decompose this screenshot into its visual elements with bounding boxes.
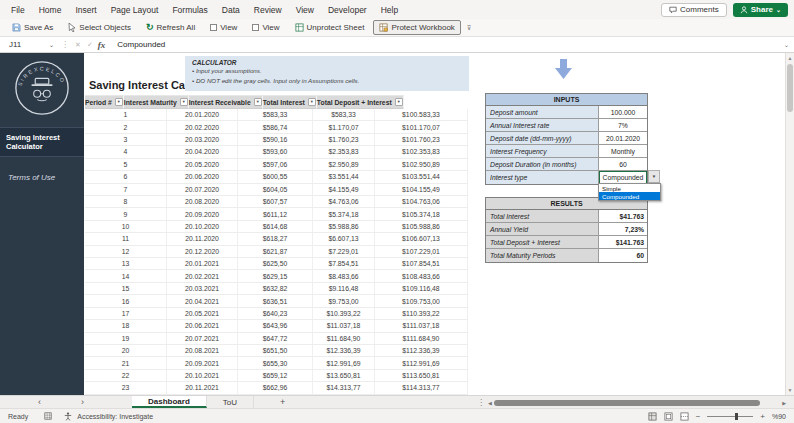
menu-item[interactable]: Review [247, 5, 289, 15]
scroll-right-icon[interactable]: ▶ [782, 400, 786, 406]
macro-record-icon[interactable] [44, 412, 52, 420]
input-value-cell[interactable]: 60 [599, 158, 647, 170]
cell-period: 11 [85, 233, 167, 244]
menu-item[interactable]: Page Layout [104, 5, 166, 15]
inputs-panel: INPUTS Deposit amount 100.000 Annual Int… [485, 93, 648, 185]
table-row: 19 20.07.2021 $647,72 $11.684,90 $111.68… [85, 333, 468, 345]
unprotect-sheet-button[interactable]: Unprotect Sheet [289, 20, 371, 35]
interest-type-dropdown-button[interactable]: ▼ [648, 170, 660, 183]
menu-item[interactable]: Developer [321, 5, 374, 15]
table-row: 17 20.05.2021 $640,23 $10.393,22 $110.39… [85, 308, 468, 320]
page-layout-view-icon[interactable] [664, 412, 673, 421]
cell-total-interest: $13.650,81 [313, 370, 375, 381]
cell-total-interest: $11.684,90 [313, 333, 375, 344]
cell-interest-maturity: 20.07.2020 [167, 184, 238, 195]
insert-function-icon[interactable]: fx [96, 40, 110, 50]
share-button[interactable]: Share ⌄ [733, 3, 788, 17]
view-checkbox-2[interactable]: View [246, 20, 285, 35]
filter-button[interactable]: ▼ [308, 98, 316, 106]
zoom-out-button[interactable]: − [696, 412, 701, 421]
sidebar-item-terms-of-use[interactable]: Terms of Use [0, 171, 84, 184]
prev-sheet-icon[interactable]: ‹ [38, 397, 41, 407]
cell-interest-maturity: 20.11.2021 [167, 382, 238, 393]
sheet-tab[interactable]: Dashboard [132, 396, 207, 408]
horizontal-scroll-thumb[interactable] [494, 400, 760, 406]
cell-interest-receivable: $607,57 [238, 196, 313, 207]
filter-button[interactable]: ▼ [180, 98, 188, 106]
name-box[interactable]: J11 ⌄ [0, 37, 58, 52]
comments-button[interactable]: Comments [661, 3, 727, 17]
excel-window: FileHomeInsertPage LayoutFormulasDataRev… [0, 0, 794, 423]
horizontal-scroll-track[interactable] [494, 399, 780, 407]
accessibility-icon[interactable] [64, 412, 72, 421]
menu-item[interactable]: Help [374, 5, 405, 15]
input-value-cell[interactable]: 20.01.2020 [599, 132, 647, 144]
table-row: 16 20.04.2021 $636,51 $9.753,00 $109.753… [85, 295, 468, 307]
input-value-cell[interactable]: Monthly [599, 145, 647, 157]
input-label: Deposit date (dd-mm-yyyy) [486, 132, 599, 144]
accessibility-status[interactable]: Accessibility: Investigate [77, 413, 153, 420]
menu-item[interactable]: Formulas [165, 5, 214, 15]
page-break-view-icon[interactable] [680, 412, 689, 421]
filter-button[interactable]: ▼ [254, 98, 262, 106]
toolbar-overflow-icon[interactable]: ⊽ [467, 24, 471, 31]
input-row: Deposit date (dd-mm-yyyy) 20.01.2020 [486, 132, 647, 145]
menu-item[interactable]: View [289, 5, 321, 15]
table-header-label: Period # [85, 99, 112, 106]
table-header-label: Interest Receivable [189, 99, 251, 106]
scroll-left-icon[interactable]: ◀ [488, 400, 492, 406]
dropdown-option[interactable]: Compounded [599, 192, 660, 200]
comment-icon [669, 6, 677, 14]
table-header-cell: Interest Maturity ▼ [124, 95, 189, 109]
input-label: Deposit Duration (in months) [486, 158, 599, 170]
note-bullet: DO NOT edit the gray cells. Input only i… [192, 76, 462, 86]
menu-item[interactable]: Insert [68, 5, 103, 15]
menu-item[interactable]: Home [32, 5, 69, 15]
cell-total-interest: $9.116,48 [313, 283, 375, 294]
input-value-cell[interactable]: 7% [599, 119, 647, 131]
input-value-cell[interactable]: 100.000 [599, 106, 647, 118]
menu-item[interactable]: Data [215, 5, 247, 15]
cell-interest-receivable: $597,06 [238, 159, 313, 170]
select-objects-button[interactable]: Select Objects [62, 20, 137, 35]
tab-splitter-icon[interactable]: ⋮ [477, 398, 485, 407]
zoom-slider-thumb[interactable] [735, 413, 738, 420]
cell-period: 22 [85, 370, 167, 381]
protect-workbook-button[interactable]: Protect Workbook [373, 20, 460, 35]
vertical-scrollbar[interactable]: ▲ ▼ [785, 53, 794, 395]
zoom-level[interactable]: %90 [772, 413, 786, 420]
vertical-scroll-thumb[interactable] [787, 64, 793, 112]
menu-item[interactable]: File [4, 5, 32, 15]
cancel-entry-icon[interactable]: ✕ [72, 41, 84, 49]
save-as-button[interactable]: Save As [6, 20, 59, 35]
table-row: 12 20.12.2020 $621,87 $7.229,01 $107.229… [85, 246, 468, 258]
refresh-all-button[interactable]: ↻ Refresh All [140, 20, 201, 35]
dropdown-option[interactable]: Simple [599, 184, 660, 192]
horizontal-scrollbar[interactable]: ◀ ▶ [488, 398, 786, 407]
person-icon [740, 6, 748, 14]
normal-view-icon[interactable] [648, 412, 657, 421]
next-sheet-icon[interactable]: › [81, 397, 84, 407]
confirm-entry-icon[interactable]: ✓ [84, 41, 96, 49]
sheet-tab[interactable]: ToU [207, 396, 254, 408]
save-as-label: Save As [24, 23, 53, 32]
cell-total-interest: $5.988,86 [313, 221, 375, 232]
scroll-up-icon[interactable]: ▲ [786, 55, 794, 61]
zoom-slider[interactable] [707, 416, 753, 417]
view-checkbox-1[interactable]: View [204, 20, 243, 35]
checkbox-icon [210, 24, 217, 31]
scroll-down-icon[interactable]: ▼ [786, 387, 794, 393]
result-value-cell: 7,23% [599, 223, 647, 235]
filter-button[interactable]: ▼ [395, 98, 403, 106]
formula-bar-value[interactable]: Compounded [109, 40, 165, 49]
expand-formula-bar-icon[interactable]: ⌄ [784, 41, 789, 48]
cell-interest-maturity: 20.03.2020 [167, 134, 238, 145]
result-label: Annual Yield [486, 223, 599, 235]
table-row: 11 20.11.2020 $618,27 $6.607,13 $106.607… [85, 233, 468, 245]
cell-interest-maturity: 20.07.2021 [167, 333, 238, 344]
zoom-in-button[interactable]: + [760, 412, 765, 421]
sidebar-item-dashboard[interactable]: Saving Interest Calculator [0, 127, 84, 157]
filter-button[interactable]: ▼ [115, 98, 123, 106]
add-sheet-button[interactable]: + [280, 397, 285, 407]
table-row: 6 20.06.2020 $600,55 $3.551,44 $103.551,… [85, 171, 468, 183]
